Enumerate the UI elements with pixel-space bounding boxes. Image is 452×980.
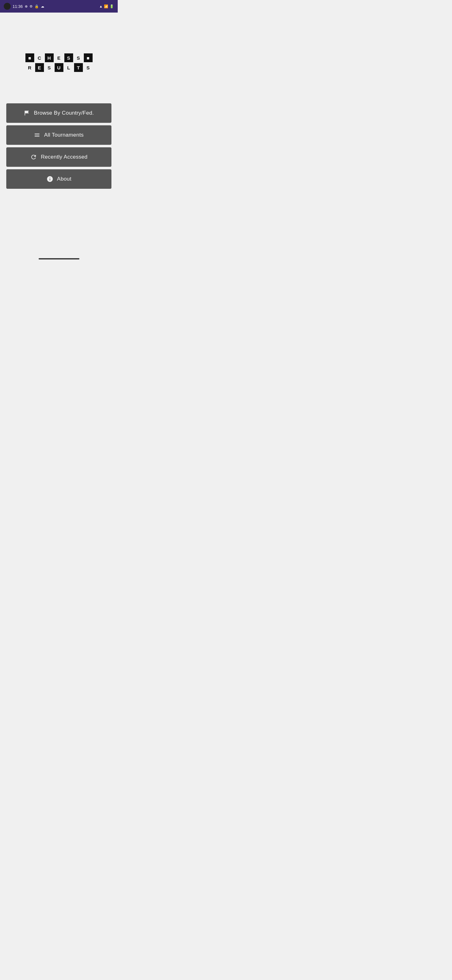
logo-cell-square2: ■ — [84, 53, 93, 62]
logo-cell-r: R — [25, 63, 34, 72]
browse-country-label: Browse By Country/Fed. — [34, 110, 94, 116]
status-right: ▲ 📶 🔋 — [99, 5, 114, 8]
recently-accessed-button[interactable]: Recently Accessed — [6, 147, 111, 167]
logo-cell-l: L — [64, 63, 73, 72]
recently-accessed-label: Recently Accessed — [41, 154, 87, 160]
status-bar: 11:36 ⊕ ⚙ 🔒 ☁ ▲ 📶 🔋 — [0, 0, 118, 13]
lock-icon: 🔒 — [35, 5, 39, 8]
logo-row-chess: ■ C H E S S ■ — [25, 53, 93, 62]
about-label: About — [57, 176, 71, 182]
logo-cell-u: U — [55, 63, 63, 72]
status-left: 11:36 ⊕ ⚙ 🔒 ☁ — [4, 3, 44, 10]
nav-indicator — [39, 258, 79, 259]
logo-cell-square1: ■ — [25, 53, 34, 62]
nav-bar — [0, 255, 118, 264]
buttons-area: Browse By Country/Fed. All Tournaments R… — [6, 103, 111, 189]
logo-cell-h: H — [45, 53, 54, 62]
status-time: 11:36 — [13, 4, 23, 9]
flag-icon — [24, 110, 30, 116]
all-tournaments-label: All Tournaments — [44, 132, 84, 138]
logo-cell-s4: S — [84, 63, 93, 72]
logo-area: ■ C H E S S ■ R E S U L T S — [25, 53, 93, 72]
settings-icon: ⚙ — [30, 5, 33, 8]
logo-cell-t: T — [74, 63, 83, 72]
main-content: ■ C H E S S ■ R E S U L T S — [0, 13, 118, 255]
signal-icon: 📶 — [104, 5, 108, 8]
logo-cell-e1: E — [55, 53, 63, 62]
chess-results-logo: ■ C H E S S ■ R E S U L T S — [25, 53, 93, 72]
list-icon — [34, 132, 40, 138]
logo-row-results: R E S U L T S — [25, 63, 93, 72]
wifi-icon: ▲ — [99, 5, 103, 8]
home-button — [4, 3, 11, 10]
info-icon — [46, 176, 53, 183]
cloud-icon: ☁ — [41, 5, 44, 8]
refresh-icon — [30, 154, 37, 161]
logo-cell-s2: S — [74, 53, 83, 62]
battery-icon: 🔋 — [109, 5, 114, 8]
browse-country-button[interactable]: Browse By Country/Fed. — [6, 103, 111, 123]
logo-cell-s3: S — [45, 63, 54, 72]
logo-cell-s1: S — [64, 53, 73, 62]
about-button[interactable]: About — [6, 169, 111, 189]
logo-cell-e2: E — [35, 63, 44, 72]
location-icon: ⊕ — [25, 5, 28, 8]
all-tournaments-button[interactable]: All Tournaments — [6, 125, 111, 145]
logo-cell-c: C — [35, 53, 44, 62]
